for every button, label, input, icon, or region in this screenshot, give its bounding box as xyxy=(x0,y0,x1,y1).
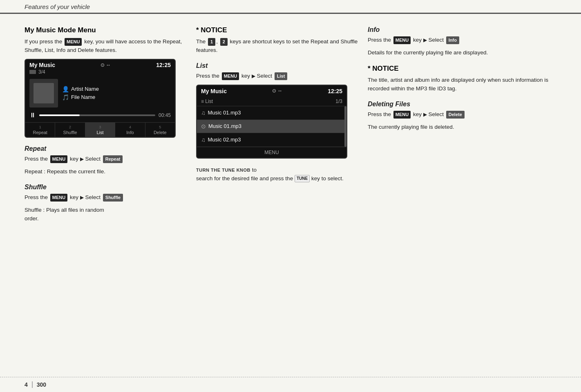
list-item-3-name: Music 02.mp3 xyxy=(208,137,241,143)
info-arrow: ▶ xyxy=(423,37,427,43)
main-content: My Music Mode Menu If you press the MENU… xyxy=(0,14,581,238)
menu-badge-shuffle: MENU xyxy=(50,194,67,202)
delete-key-label: key xyxy=(413,111,422,117)
progress-time: 00:45 xyxy=(159,112,171,118)
info-title: Info xyxy=(368,26,556,34)
notice-text1: The xyxy=(196,38,206,45)
shuffle-key-label: key xyxy=(70,194,78,200)
center-column: * NOTICE The 1, 2 keys are shortcut keys… xyxy=(196,26,368,230)
turn-knob-instruction: TURN THE TUNE KNOB to search for the des… xyxy=(196,166,360,183)
menu-badge-repeat: MENU xyxy=(50,155,67,163)
my-music-mode-title: My Music Mode Menu xyxy=(25,26,188,34)
repeat-title: Repeat xyxy=(25,145,188,152)
shuffle-badge: Shuffle xyxy=(103,194,123,202)
notice2-text: The title, artist and album info are dis… xyxy=(368,76,556,93)
repeat-line1: Press the xyxy=(25,156,48,162)
file-name: File Name xyxy=(71,94,95,100)
turn-desc2: key to select. xyxy=(311,175,344,181)
info-key-label: key xyxy=(413,37,422,43)
list-item-2-name: Music 01.mp3 xyxy=(208,123,241,129)
footer-section-num: 4 xyxy=(25,381,33,388)
menu-badge-list: MENU xyxy=(222,72,239,80)
shuffle-title: Shuffle xyxy=(25,184,188,191)
page-header-title: Features of your vehicle xyxy=(25,3,90,10)
list-scrollbar xyxy=(344,106,346,147)
shuffle-select: Select xyxy=(85,194,101,200)
screen-time: 12:25 xyxy=(156,62,171,68)
page-header: Features of your vehicle xyxy=(0,0,581,14)
note-icon-1: ♫ xyxy=(201,110,206,116)
delete-section: Deleting Files Press the MENU key ▶ Sele… xyxy=(368,101,556,132)
notice-text: The 1, 2 keys are shortcut keys to set t… xyxy=(196,38,360,55)
turn-desc: search for the desired file and press th… xyxy=(196,175,293,181)
menu-label-delete: Delete xyxy=(154,130,167,135)
delete-select: Select xyxy=(429,111,444,117)
list-instruction: Press the MENU key ▶ Select List xyxy=(196,72,360,81)
screen-body: 👤 Artist Name 🎵 File Name xyxy=(25,76,175,110)
screen-progress: ⏸ 00:45 xyxy=(25,110,175,121)
repeat-arrow: ▶ xyxy=(80,156,84,162)
track-number: 3/4 xyxy=(38,69,45,75)
turn-to: to xyxy=(252,167,257,173)
screen-menu-info: 4 Info xyxy=(115,123,145,137)
list-subheader-left: ≡ List xyxy=(201,99,213,104)
notice2-section: * NOTICE The title, artist and album inf… xyxy=(368,65,556,93)
info-select: Select xyxy=(429,37,444,43)
screen-menu-repeat: 1 Repeat xyxy=(25,123,55,137)
shuffle-desc2: order. xyxy=(25,215,39,222)
track-artist: 👤 Artist Name xyxy=(62,86,171,92)
intro-paragraph: If you press the MENU key, you will have… xyxy=(25,38,188,55)
screen-menu-list: 3 List xyxy=(85,123,115,137)
list-footer-text: MENU xyxy=(264,150,279,155)
tune-badge: TUNE xyxy=(295,175,310,182)
list-footer: MENU xyxy=(197,147,346,158)
play-icon: ⏸ xyxy=(29,112,36,119)
menu-badge-intro: MENU xyxy=(65,38,82,46)
menu-label-info: Info xyxy=(126,130,134,135)
delete-arrow: ▶ xyxy=(423,112,427,117)
list-item-2: ⊙ Music 01.mp3 xyxy=(197,120,346,133)
page-footer: 4 300 xyxy=(0,377,581,392)
menu-num-4: 4 xyxy=(116,125,144,129)
album-art xyxy=(29,79,58,108)
menu-label-repeat: Repeat xyxy=(33,130,47,135)
menu-label-list: List xyxy=(96,130,103,135)
num-badge-2: 2 xyxy=(220,38,228,46)
list-screen-header: My Music ⊙ ↔ 12:25 xyxy=(197,85,346,97)
list-screen-icons: ⊙ ↔ xyxy=(272,88,282,94)
list-subheader-right: 1/3 xyxy=(335,99,342,104)
list-title: List xyxy=(196,62,360,69)
shuffle-line1: Press the xyxy=(25,194,48,200)
repeat-badge: Repeat xyxy=(103,155,123,163)
shuffle-section: Shuffle Press the MENU key ▶ Select Shuf… xyxy=(25,184,188,223)
info-section: Info Press the MENU key ▶ Select Info De… xyxy=(368,26,556,57)
screen-menu-shuffle: 2 Shuffle xyxy=(55,123,85,137)
list-item-1: ♫ Music 01.mp3 xyxy=(197,106,346,120)
menu-num-2: 2 xyxy=(56,125,84,129)
menu-num-1: 1 xyxy=(26,125,54,129)
menu-label-shuffle: Shuffle xyxy=(63,130,77,135)
right-column: Info Press the MENU key ▶ Select Info De… xyxy=(368,26,556,230)
progress-bar xyxy=(39,114,155,116)
repeat-desc: Repeat : Repeats the current file. xyxy=(25,168,188,176)
list-item-1-name: Music 01.mp3 xyxy=(208,110,241,116)
track-file: 🎵 File Name xyxy=(62,94,171,101)
delete-badge: Delete xyxy=(446,111,465,119)
artist-name: Artist Name xyxy=(71,86,99,92)
footer-page-num: 300 xyxy=(37,381,46,388)
info-instruction: Press the MENU key ▶ Select Info xyxy=(368,36,556,45)
shuffle-arrow: ▶ xyxy=(80,195,84,200)
info-line1: Press the xyxy=(368,37,391,43)
info-desc: Details for the currently playing file a… xyxy=(368,49,556,57)
list-subheader: ≡ List 1/3 xyxy=(197,97,346,106)
list-arrow: ▶ xyxy=(252,73,255,79)
screen-menu-bar: 1 Repeat 2 Shuffle 3 List 4 Info 5 Del xyxy=(25,122,175,137)
notice-title: * NOTICE xyxy=(196,26,360,34)
shuffle-desc: Shuffle : Plays all files in random orde… xyxy=(25,206,188,223)
album-art-inner xyxy=(34,83,54,103)
menu-num-3: 3 xyxy=(86,125,114,129)
list-select: Select xyxy=(257,73,273,79)
delete-title: Deleting Files xyxy=(368,101,556,108)
car-screen-list: My Music ⊙ ↔ 12:25 ≡ List 1/3 ♫ Music 01… xyxy=(196,85,347,159)
notice-section: * NOTICE The 1, 2 keys are shortcut keys… xyxy=(196,26,360,55)
